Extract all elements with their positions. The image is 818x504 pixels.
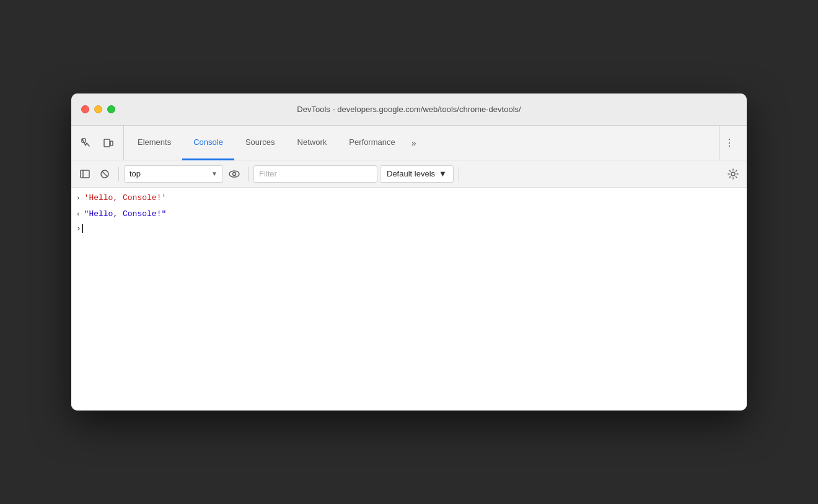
console-line-1: › 'Hello, Console!' bbox=[71, 190, 747, 206]
console-line-2: ‹ "Hello, Console!" bbox=[71, 206, 747, 222]
return-arrow-1: ‹ bbox=[76, 209, 81, 220]
tabs-bar: Elements Console Sources Network Perform… bbox=[71, 126, 747, 160]
context-selector-chevron: ▼ bbox=[211, 170, 218, 177]
more-tabs-button[interactable]: » bbox=[407, 126, 421, 160]
console-content: › 'Hello, Console!' ‹ "Hello, Console!" … bbox=[71, 188, 747, 411]
tab-icons bbox=[76, 126, 124, 160]
svg-point-9 bbox=[731, 172, 735, 176]
default-levels-button[interactable]: Default levels ▼ bbox=[380, 165, 454, 183]
devtools-menu-button[interactable]: ⋮ bbox=[719, 133, 739, 153]
context-selector[interactable]: top ▼ bbox=[124, 165, 223, 183]
tab-sources[interactable]: Sources bbox=[234, 126, 286, 160]
tab-console[interactable]: Console bbox=[182, 126, 234, 160]
tabs-list: Elements Console Sources Network Perform… bbox=[126, 126, 719, 160]
svg-line-6 bbox=[102, 172, 107, 176]
input-prompt-arrow: › bbox=[76, 224, 81, 233]
watch-expressions-button[interactable] bbox=[226, 165, 243, 183]
inspect-element-icon[interactable] bbox=[76, 133, 96, 153]
minimize-button[interactable] bbox=[94, 105, 102, 113]
toolbar-divider-3 bbox=[459, 167, 459, 181]
toolbar-divider-1 bbox=[118, 167, 119, 181]
svg-point-8 bbox=[233, 172, 236, 175]
tab-network[interactable]: Network bbox=[286, 126, 338, 160]
traffic-lights bbox=[81, 105, 115, 113]
svg-point-7 bbox=[229, 171, 239, 177]
console-input-line[interactable]: › bbox=[71, 222, 747, 235]
show-console-sidebar-button[interactable] bbox=[76, 165, 94, 183]
svg-rect-1 bbox=[104, 139, 110, 147]
window-title: DevTools - developers.google.com/web/too… bbox=[297, 105, 521, 114]
toolbar-divider-2 bbox=[248, 167, 248, 181]
console-settings-button[interactable] bbox=[724, 165, 742, 183]
maximize-button[interactable] bbox=[107, 105, 115, 113]
clear-console-button[interactable] bbox=[96, 165, 113, 183]
tab-elements[interactable]: Elements bbox=[126, 126, 182, 160]
tab-performance[interactable]: Performance bbox=[338, 126, 406, 160]
close-button[interactable] bbox=[81, 105, 89, 113]
title-bar: DevTools - developers.google.com/web/too… bbox=[71, 93, 747, 126]
devtools-window: DevTools - developers.google.com/web/too… bbox=[71, 93, 747, 411]
console-cursor bbox=[82, 224, 83, 233]
device-toolbar-icon[interactable] bbox=[99, 133, 118, 153]
console-toolbar: top ▼ Default levels ▼ bbox=[71, 160, 747, 188]
console-output-1: 'Hello, Console!' bbox=[84, 192, 167, 204]
svg-rect-3 bbox=[81, 170, 89, 178]
tabs-right: ⋮ bbox=[719, 126, 747, 160]
console-output-2: "Hello, Console!" bbox=[84, 208, 167, 220]
expand-arrow-1[interactable]: › bbox=[76, 193, 81, 204]
svg-rect-2 bbox=[110, 141, 113, 146]
filter-input[interactable] bbox=[253, 165, 377, 183]
